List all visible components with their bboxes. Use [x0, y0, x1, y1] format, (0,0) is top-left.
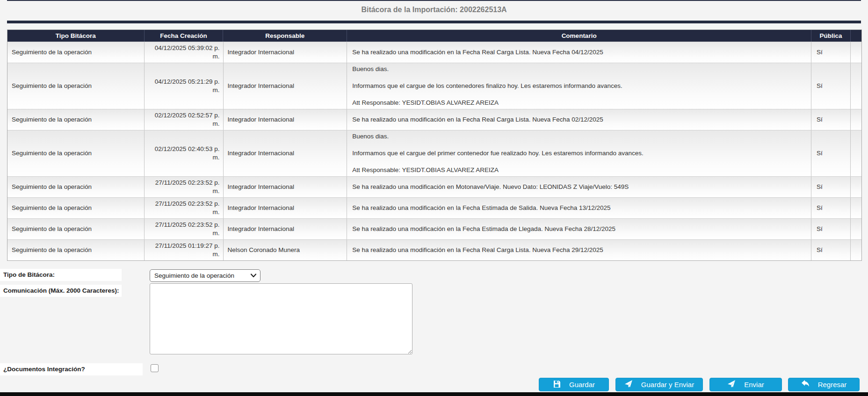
- comentario-paragraph: Att Responsable: YESIDT.OBIAS ALVAREZ AR…: [352, 99, 808, 107]
- table-row: Seguimiento de la operación27/11/2025 01…: [7, 239, 861, 260]
- cell-fecha-creacion: 04/12/2025 05:21:29 p. m.: [145, 63, 224, 109]
- cell-responsable: Integrador Internacional: [224, 177, 347, 197]
- cell-fecha-creacion: 02/12/2025 02:52:57 p. m.: [145, 109, 224, 130]
- comentario-paragraph: Se ha realizado una modificación en la F…: [352, 204, 808, 212]
- cell-comentario: Buenos dias.Informamos que el cargue de …: [347, 63, 811, 109]
- comunicacion-textarea[interactable]: [150, 283, 412, 354]
- cell-tipo-bitacora: Seguimiento de la operación: [7, 63, 145, 109]
- documentos-integracion-label: ¿Documentos Integración?: [0, 363, 143, 375]
- cell-publica: Sí: [811, 198, 851, 218]
- guardar-y-enviar-button-label: Guardar y Enviar: [641, 381, 694, 389]
- enviar-button-label: Enviar: [744, 381, 764, 389]
- save-icon: [553, 380, 561, 389]
- table-body: Seguimiento de la operación04/12/2025 05…: [7, 42, 861, 260]
- cell-comentario: Se ha realizado una modificación en la F…: [347, 109, 811, 130]
- comentario-paragraph: Se ha realizado una modificación en la F…: [352, 115, 808, 124]
- cell-comentario: Se ha realizado una modificación en la F…: [347, 219, 811, 239]
- cell-fecha-creacion: 04/12/2025 05:39:02 p. m.: [145, 42, 224, 63]
- guardar-button-label: Guardar: [569, 381, 595, 389]
- cell-publica: Sí: [811, 219, 851, 239]
- comentario-paragraph: Se ha realizado una modificación en la F…: [352, 225, 808, 233]
- send-icon: [624, 380, 633, 389]
- cell-comentario: Se ha realizado una modificación en la F…: [347, 42, 811, 63]
- cell-tipo-bitacora: Seguimiento de la operación: [7, 42, 145, 63]
- cell-fecha-creacion: 27/11/2025 02:23:52 p. m.: [145, 177, 224, 197]
- cell-spacer: [851, 240, 861, 260]
- comentario-paragraph: Se ha realizado una modificación en la F…: [352, 246, 808, 254]
- cell-responsable: Nelson Coronado Munera: [224, 240, 347, 260]
- cell-spacer: [851, 42, 861, 63]
- header-comentario: Comentario: [347, 30, 811, 42]
- cell-responsable: Integrador Internacional: [224, 109, 347, 130]
- cell-fecha-creacion: 27/11/2025 02:23:52 p. m.: [145, 219, 224, 239]
- cell-comentario: Se ha realizado una modificación en la F…: [347, 240, 811, 260]
- cell-spacer: [851, 198, 861, 218]
- cell-fecha-creacion: 27/11/2025 01:19:27 p. m.: [145, 240, 224, 260]
- documentos-integracion-checkbox[interactable]: [151, 364, 159, 372]
- cell-spacer: [851, 219, 861, 239]
- comentario-paragraph: Se ha realizado una modificación en Moto…: [352, 183, 808, 191]
- cell-tipo-bitacora: Seguimiento de la operación: [7, 219, 145, 239]
- cell-fecha-creacion: 02/12/2025 02:40:53 p. m.: [145, 130, 224, 176]
- header-fecha-creacion: Fecha Creación: [145, 30, 224, 42]
- cell-publica: Sí: [811, 130, 851, 176]
- form-row-documentos: ¿Documentos Integración?: [0, 363, 468, 377]
- comentario-paragraph: Att Responsable: YESIDT.OBIAS ALVAREZ AR…: [352, 166, 808, 174]
- back-arrow-icon: [801, 380, 810, 389]
- cell-responsable: Integrador Internacional: [224, 219, 347, 239]
- header-publica: Pública: [811, 30, 851, 42]
- cell-responsable: Integrador Internacional: [224, 198, 347, 218]
- cell-tipo-bitacora: Seguimiento de la operación: [7, 240, 145, 260]
- top-divider: [7, 0, 861, 1]
- comentario-paragraph: Se ha realizado una modificación en la F…: [352, 48, 808, 57]
- cell-responsable: Integrador Internacional: [224, 63, 347, 109]
- comentario-paragraph: Informamos que el cargue del primer cont…: [352, 149, 808, 158]
- comentario-paragraph: Informamos que el cargue de los contened…: [352, 82, 808, 90]
- enviar-button[interactable]: Enviar: [709, 378, 782, 391]
- cell-responsable: Integrador Internacional: [224, 130, 347, 176]
- footer-bar: [0, 392, 868, 396]
- guardar-y-enviar-button[interactable]: Guardar y Enviar: [615, 378, 703, 391]
- cell-tipo-bitacora: Seguimiento de la operación: [7, 177, 145, 197]
- header-tipo-bitacora: Tipo Bitácora: [7, 30, 145, 42]
- cell-publica: Sí: [811, 109, 851, 130]
- cell-publica: Sí: [811, 42, 851, 63]
- cell-publica: Sí: [811, 177, 851, 197]
- table-row: Seguimiento de la operación04/12/2025 05…: [7, 42, 861, 63]
- table-header-row: Tipo Bitácora Fecha Creación Responsable…: [7, 30, 861, 42]
- cell-publica: Sí: [811, 63, 851, 109]
- page-title: Bitácora de la Importación: 2002262513A: [0, 6, 868, 14]
- send-icon: [727, 380, 736, 389]
- cell-comentario: Buenos dias.Informamos que el cargue del…: [347, 130, 811, 176]
- cell-comentario: Se ha realizado una modificación en Moto…: [347, 177, 811, 197]
- tipo-bitacora-select[interactable]: Seguimiento de la operación: [150, 269, 260, 282]
- table-row: Seguimiento de la operación02/12/2025 02…: [7, 109, 861, 130]
- cell-fecha-creacion: 27/11/2025 02:23:52 p. m.: [145, 198, 224, 218]
- cell-spacer: [851, 109, 861, 130]
- header-responsable: Responsable: [223, 30, 347, 42]
- bitacora-form: Tipo de Bitácora: Seguimiento de la oper…: [0, 269, 468, 377]
- cell-publica: Sí: [811, 240, 851, 260]
- cell-spacer: [851, 130, 861, 176]
- regresar-button[interactable]: Regresar: [788, 378, 860, 391]
- regresar-button-label: Regresar: [818, 381, 847, 389]
- comunicacion-label: Comunicación (Máx. 2000 Caracteres):: [0, 285, 122, 297]
- bitacora-table: Tipo Bitácora Fecha Creación Responsable…: [7, 29, 862, 261]
- comentario-paragraph: Buenos dias.: [352, 65, 808, 73]
- cell-responsable: Integrador Internacional: [224, 42, 347, 63]
- title-divider-bar: [7, 21, 861, 23]
- cell-spacer: [851, 63, 861, 109]
- bitacora-page: Bitácora de la Importación: 2002262513A …: [0, 0, 868, 396]
- cell-spacer: [851, 177, 861, 197]
- form-row-tipo: Tipo de Bitácora: Seguimiento de la oper…: [0, 269, 468, 285]
- tipo-bitacora-label: Tipo de Bitácora:: [0, 269, 122, 281]
- table-row: Seguimiento de la operación02/12/2025 02…: [7, 130, 861, 176]
- guardar-button[interactable]: Guardar: [539, 378, 609, 391]
- cell-tipo-bitacora: Seguimiento de la operación: [7, 109, 145, 130]
- cell-tipo-bitacora: Seguimiento de la operación: [7, 130, 145, 176]
- table-row: Seguimiento de la operación27/11/2025 02…: [7, 197, 861, 218]
- header-spacer: [851, 30, 861, 42]
- cell-comentario: Se ha realizado una modificación en la F…: [347, 198, 811, 218]
- table-row: Seguimiento de la operación27/11/2025 02…: [7, 176, 861, 197]
- form-row-comunicacion: Comunicación (Máx. 2000 Caracteres):: [0, 285, 468, 360]
